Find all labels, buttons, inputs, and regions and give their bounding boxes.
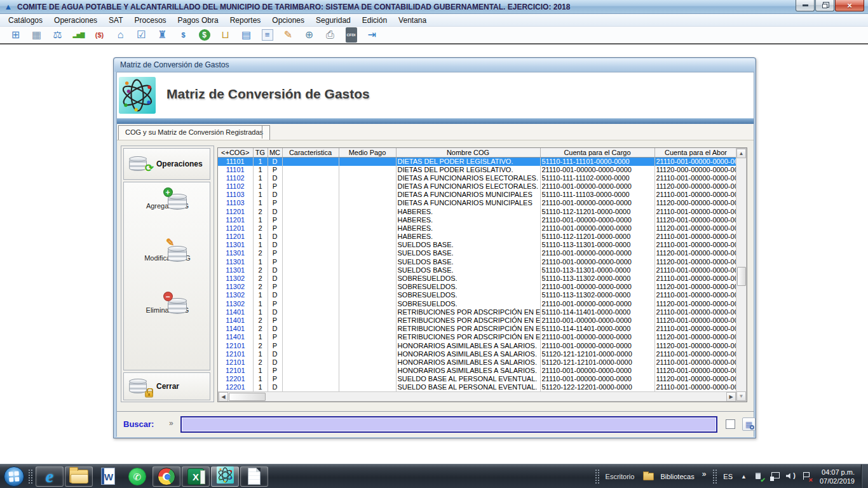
vertical-scrollbar[interactable]: ▲ ▼ [736, 148, 747, 402]
taskbar-internet-explorer[interactable]: e [36, 466, 64, 487]
menu-reportes[interactable]: Reportes [224, 15, 267, 26]
table-row[interactable]: 112012PHABERES.21110-001-00000-0000-0000… [218, 224, 736, 233]
show-desktop-button[interactable] [861, 464, 868, 488]
table-row[interactable]: 121012DHONORARIOS ASIMILABLES A SALARIOS… [218, 358, 736, 367]
column-header-3[interactable]: Caracteristica [282, 148, 339, 157]
ledger-book-button[interactable]: ≡ [257, 27, 278, 43]
table-row[interactable]: 113022DSOBRESUELDOS.51110-113-11302-0000… [218, 274, 736, 283]
table-row[interactable]: 122011DSUELDO BASE AL PERSONAL EVENTUAL.… [218, 383, 736, 391]
network-icon[interactable] [770, 471, 780, 482]
poliza-check-button[interactable]: ☑ [131, 27, 152, 43]
cerrar-button[interactable]: Cerrar [123, 372, 210, 400]
menu-sat[interactable]: SAT [103, 15, 128, 26]
edit-document-button[interactable]: ✎ [278, 27, 299, 43]
table-row[interactable]: 111021PDIETAS A FUNCIONARIOS ELECTORALES… [218, 182, 736, 191]
tower-building-button[interactable]: ♜ [152, 27, 173, 43]
menu-procesos[interactable]: Procesos [129, 15, 172, 26]
menu-edicion[interactable]: Edición [356, 15, 393, 26]
eliminar-cog-button[interactable]: −Eliminar COG [124, 289, 211, 339]
printer-button[interactable]: ⎙ [320, 27, 341, 43]
menu-opciones[interactable]: Opciones [266, 15, 310, 26]
table-row[interactable]: 114011PRETRIBUCIONES POR ADSCRIPCIÓN EN … [218, 333, 736, 341]
volume-icon[interactable] [785, 471, 796, 482]
bank-building-button[interactable]: ⌂ [110, 27, 131, 43]
matriz-window-titlebar[interactable]: Matriz de Conversión de Gastos [114, 58, 755, 72]
taskbar-whatsapp[interactable]: ✆ [123, 466, 151, 487]
dollar-button[interactable]: $ [173, 27, 194, 43]
taskbar-word[interactable] [94, 466, 122, 487]
taskbar-file-explorer[interactable] [65, 466, 93, 487]
menu-operaciones[interactable]: Operaciones [48, 15, 103, 26]
clock[interactable]: 04:07 p.m. 07/02/2019 [820, 468, 855, 485]
table-row[interactable]: 114011DRETRIBUCIONES POR ADSCRIPCIÓN EN … [218, 308, 736, 316]
cfdi-export-button[interactable]: CFDI [341, 27, 362, 43]
scroll-up-arrow[interactable]: ▲ [736, 149, 746, 158]
column-header-2[interactable]: MC [268, 148, 282, 157]
table-row[interactable]: 113011DSUELDOS BASE.51110-113-11301-0000… [218, 241, 736, 249]
column-header-5[interactable]: Nombre COG [396, 148, 540, 157]
table-row[interactable]: 111031DDIETAS A FUNCIONARIOS MUNICIPALES… [218, 191, 736, 199]
usb-device-icon[interactable] [754, 471, 764, 482]
column-header-7[interactable]: Cuenta para el Abor [654, 148, 736, 157]
bibliotecas-toolbar[interactable]: Bibliotecas [660, 473, 694, 480]
table-row[interactable]: 113011PSUELDOS BASE.21110-001-00000-0000… [218, 258, 736, 266]
menu-ventana[interactable]: Ventana [393, 15, 432, 26]
windows-layout-button[interactable]: ⊞ [5, 27, 26, 43]
table-row[interactable]: 122011PSUELDO BASE AL PERSONAL EVENTUAL.… [218, 375, 736, 383]
tab-cog-matriz[interactable]: COG y su Matriz de Conversión Registrada… [118, 125, 270, 140]
globe-sync-button[interactable]: ⊕ [299, 27, 320, 43]
table-row[interactable]: 112012DHABERES.51110-112-11201-0000-0000… [218, 207, 736, 215]
scroll-down-arrow[interactable]: ▼ [736, 391, 746, 401]
budget-dollar-button[interactable]: ($) [89, 27, 110, 43]
menu-catalogos[interactable]: Catálogos [3, 15, 48, 26]
escritorio-toolbar[interactable]: Escritorio [606, 473, 635, 480]
scroll-right-arrow[interactable]: ▶ [726, 392, 736, 402]
taskbar-contabilidad-app[interactable] [211, 466, 239, 487]
toolbar-chevron[interactable]: » [702, 470, 707, 478]
exit-door-button[interactable]: ⇥ [362, 27, 383, 43]
vertical-scroll-thumb[interactable] [737, 267, 746, 286]
horizontal-scroll-thumb[interactable] [229, 393, 266, 401]
column-header-0[interactable]: <+COG> [218, 148, 253, 157]
table-row[interactable]: 111031PDIETAS A FUNCIONARIOS MUNICIPALES… [218, 199, 736, 207]
menu-pagos-obra[interactable]: Pagos Obra [172, 15, 224, 26]
column-header-1[interactable]: TG [253, 148, 268, 157]
table-row[interactable]: 111021DDIETAS A FUNCIONARIOS ELECTORALES… [218, 174, 736, 182]
table-row[interactable]: 113022PSOBRESUELDOS.21110-001-00000-0000… [218, 283, 736, 291]
agregar-cog-button[interactable]: +Agregar COG [124, 185, 211, 234]
table-row[interactable]: 114012PRETRIBUCIONES POR ADSCRIPCIÓN EN … [218, 316, 736, 325]
hidden-icons-chevron[interactable]: ▲ [741, 473, 747, 480]
horizontal-scrollbar[interactable]: ◀ ▶ [218, 391, 736, 402]
search-input[interactable] [180, 416, 717, 433]
libraries-folder-icon[interactable] [643, 473, 654, 480]
scroll-left-arrow[interactable]: ◀ [219, 392, 228, 402]
taskbar-excel[interactable]: X [182, 466, 210, 487]
operaciones-button[interactable]: ⟳ Operaciones [123, 148, 210, 180]
table-row[interactable]: 121012PHONORARIOS ASIMILABLES A SALARIOS… [218, 341, 736, 349]
money-bag-button[interactable]: $ [194, 27, 215, 43]
table-row[interactable]: 111011PDIETAS DEL PODER LEGISLATIVO.2111… [218, 166, 736, 174]
menu-seguridad[interactable]: Seguridad [310, 15, 356, 26]
table-row[interactable]: 114012DRETRIBUCIONES POR ADSCRIPCIÓN EN … [218, 325, 736, 333]
table-row[interactable]: 121011PHONORARIOS ASIMILABLES A SALARIOS… [218, 367, 736, 375]
modificar-cog-button[interactable]: ✎Modificar COG [124, 237, 211, 287]
table-row[interactable]: 111011DDIETAS DEL PODER LEGISLATIVO.5111… [218, 157, 736, 166]
table-row[interactable]: 121011DHONORARIOS ASIMILABLES A SALARIOS… [218, 350, 736, 358]
table-row[interactable]: 113021DSOBRESUELDOS.51110-113-11302-0000… [218, 291, 736, 299]
calendar-button[interactable]: ▦ [26, 27, 47, 43]
table-row[interactable]: 112011DHABERES.51110-112-11201-0000-0000… [218, 233, 736, 241]
scales-justice-button[interactable]: ⚖ [47, 27, 68, 43]
column-header-6[interactable]: Cuenta para el Cargo [540, 148, 654, 157]
language-indicator[interactable]: ES [723, 473, 733, 480]
minimize-button[interactable] [796, 0, 815, 11]
table-row[interactable]: 112011PHABERES.21110-001-00000-0000-0000… [218, 216, 736, 224]
taskbar-chrome[interactable] [153, 466, 180, 487]
table-row[interactable]: 113012DSUELDOS BASE.51110-113-11301-0000… [218, 266, 736, 274]
close-button[interactable]: × [835, 0, 864, 11]
table-row[interactable]: 113012PSUELDOS BASE.21110-001-00000-0000… [218, 249, 736, 257]
search-button[interactable]: ▦ [742, 417, 756, 431]
shopping-cart-button[interactable]: ⊔ [215, 27, 236, 43]
storage-canister-button[interactable]: ▤ [236, 27, 257, 43]
start-button[interactable] [3, 465, 25, 488]
column-header-4[interactable]: Medio Pago [339, 148, 396, 157]
